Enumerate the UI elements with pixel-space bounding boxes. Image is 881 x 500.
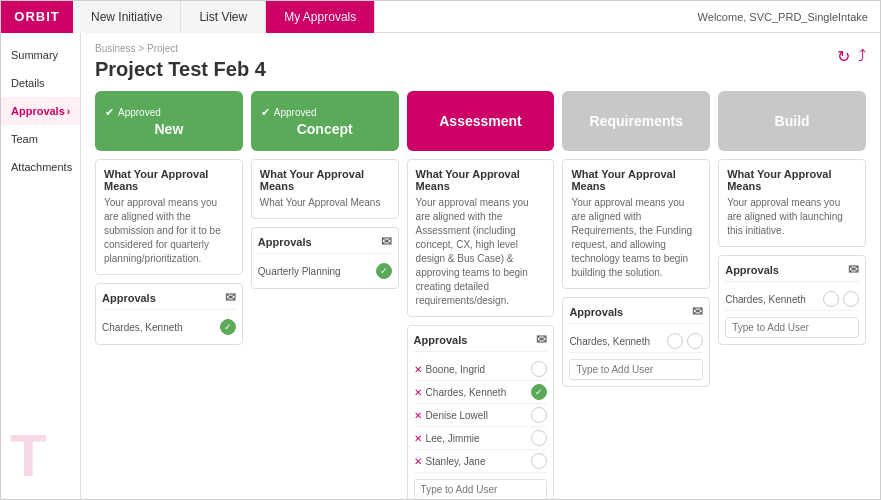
approval-status — [531, 453, 547, 469]
sidebar-item-attachments[interactable]: Attachments — [1, 153, 80, 181]
stage-status-concept: ✔ Approved — [261, 106, 389, 119]
mail-icon-assessment[interactable]: ✉ — [536, 332, 547, 347]
approval-status — [531, 361, 547, 377]
stage-name-requirements: Requirements — [572, 113, 700, 129]
nav-tab-list-view[interactable]: List View — [181, 1, 266, 33]
approvals-label-assessment: Approvals — [414, 334, 468, 346]
status-circle-empty — [667, 333, 683, 349]
breadcrumb: Business > Project — [95, 43, 266, 54]
column-assessment: Assessment What Your Approval Means Your… — [407, 91, 555, 500]
sidebar-item-team[interactable]: Team — [1, 125, 80, 153]
remove-icon[interactable]: ✕ — [414, 410, 422, 421]
stage-columns: ✔ Approved New What Your Approval Means … — [95, 91, 866, 500]
sidebar-item-details[interactable]: Details — [1, 69, 80, 97]
approvals-label-requirements: Approvals — [569, 306, 623, 318]
add-user-input-build[interactable] — [725, 317, 859, 338]
status-circle-green: ✓ — [220, 319, 236, 335]
approval-name: Chardes, Kenneth — [569, 336, 667, 347]
approvals-header-assessment: Approvals ✉ — [414, 332, 548, 352]
approval-name: Stanley, Jane — [426, 456, 532, 467]
column-concept: ✔ Approved Concept What Your Approval Me… — [251, 91, 399, 500]
remove-icon[interactable]: ✕ — [414, 387, 422, 398]
status-circle-green: ✓ — [531, 384, 547, 400]
approval-name: Chardes, Kenneth — [102, 322, 220, 333]
approval-row: Chardes, Kenneth — [569, 330, 703, 353]
stage-name-build: Build — [728, 113, 856, 129]
approval-row: Chardes, Kenneth — [725, 288, 859, 311]
approval-means-card-concept: What Your Approval Means What Your Appro… — [251, 159, 399, 219]
status-circle-empty — [531, 407, 547, 423]
status-circle-empty — [843, 291, 859, 307]
stage-header-requirements: Requirements — [562, 91, 710, 151]
refresh-icon[interactable]: ↻ — [837, 47, 850, 66]
welcome-text: Welcome, SVC_PRD_SingleIntake — [698, 11, 868, 23]
approval-means-card-new: What Your Approval Means Your approval m… — [95, 159, 243, 275]
stage-name-new: New — [105, 121, 233, 137]
nav-tabs: New Initiative List View My Approvals — [73, 1, 375, 33]
column-requirements: Requirements What Your Approval Means Yo… — [562, 91, 710, 500]
stage-status-label-new: Approved — [118, 107, 161, 118]
approvals-label-build: Approvals — [725, 264, 779, 276]
page-title: Project Test Feb 4 — [95, 58, 266, 81]
approval-name: Denise Lowell — [426, 410, 532, 421]
check-icon-concept: ✔ — [261, 106, 270, 119]
remove-icon[interactable]: ✕ — [414, 456, 422, 467]
approval-status: ✓ — [531, 384, 547, 400]
approval-status — [667, 333, 703, 349]
check-icon-new: ✔ — [105, 106, 114, 119]
remove-icon[interactable]: ✕ — [414, 433, 422, 444]
remove-icon[interactable]: ✕ — [414, 364, 422, 375]
approval-means-card-assessment: What Your Approval Means Your approval m… — [407, 159, 555, 317]
approval-status — [531, 407, 547, 423]
approval-row: Quarterly Planning ✓ — [258, 260, 392, 282]
mail-icon-requirements[interactable]: ✉ — [692, 304, 703, 319]
approvals-label-concept: Approvals — [258, 236, 312, 248]
share-icon[interactable]: ⤴ — [858, 47, 866, 66]
approval-name: Lee, Jimmie — [426, 433, 532, 444]
approvals-section-concept: Approvals ✉ Quarterly Planning ✓ — [251, 227, 399, 289]
sidebar: Summary Details Approvals › Team Attachm… — [1, 33, 81, 500]
approval-name: Boone, Ingrid — [426, 364, 532, 375]
stage-header-new: ✔ Approved New — [95, 91, 243, 151]
status-circle-empty — [823, 291, 839, 307]
approval-status: ✓ — [376, 263, 392, 279]
add-user-input-assessment[interactable] — [414, 479, 548, 500]
approval-row: ✕ Boone, Ingrid — [414, 358, 548, 381]
approval-name: Quarterly Planning — [258, 266, 376, 277]
column-build: Build What Your Approval Means Your appr… — [718, 91, 866, 500]
chevron-right-icon: › — [67, 106, 70, 117]
approvals-section-build: Approvals ✉ Chardes, Kenneth — [718, 255, 866, 345]
mail-icon-build[interactable]: ✉ — [848, 262, 859, 277]
approvals-section-assessment: Approvals ✉ ✕ Boone, Ingrid ✕ Chardes, K… — [407, 325, 555, 500]
main-header: Business > Project Project Test Feb 4 ↻ … — [95, 43, 866, 91]
approval-means-body-build: Your approval means you are aligned with… — [727, 196, 857, 238]
nav-tab-new-initiative[interactable]: New Initiative — [73, 1, 181, 33]
sidebar-item-summary[interactable]: Summary — [1, 41, 80, 69]
approval-name: Chardes, Kenneth — [725, 294, 823, 305]
approval-row: ✕ Stanley, Jane — [414, 450, 548, 473]
header-right: Welcome, SVC_PRD_SingleIntake — [698, 11, 880, 23]
sidebar-item-approvals[interactable]: Approvals › — [1, 97, 80, 125]
nav-tab-my-approvals[interactable]: My Approvals — [266, 1, 375, 33]
approval-name: Chardes, Kenneth — [426, 387, 532, 398]
approval-row: Chardes, Kenneth ✓ — [102, 316, 236, 338]
approvals-header-new: Approvals ✉ — [102, 290, 236, 310]
approval-row: ✕ Chardes, Kenneth ✓ — [414, 381, 548, 404]
approvals-section-requirements: Approvals ✉ Chardes, Kenneth — [562, 297, 710, 387]
mail-icon-new[interactable]: ✉ — [225, 290, 236, 305]
status-circle-empty — [531, 361, 547, 377]
approval-means-body-assessment: Your approval means you are aligned with… — [416, 196, 546, 308]
approval-row: ✕ Lee, Jimmie — [414, 427, 548, 450]
approval-row: ✕ Denise Lowell — [414, 404, 548, 427]
approval-means-body-new: Your approval means you are aligned with… — [104, 196, 234, 266]
approval-means-title-requirements: What Your Approval Means — [571, 168, 701, 192]
status-circle-green: ✓ — [376, 263, 392, 279]
approval-means-card-build: What Your Approval Means Your approval m… — [718, 159, 866, 247]
stage-header-assessment: Assessment — [407, 91, 555, 151]
add-user-input-requirements[interactable] — [569, 359, 703, 380]
approvals-header-concept: Approvals ✉ — [258, 234, 392, 254]
approvals-header-requirements: Approvals ✉ — [569, 304, 703, 324]
mail-icon-concept[interactable]: ✉ — [381, 234, 392, 249]
approval-means-title-concept: What Your Approval Means — [260, 168, 390, 192]
column-new: ✔ Approved New What Your Approval Means … — [95, 91, 243, 500]
